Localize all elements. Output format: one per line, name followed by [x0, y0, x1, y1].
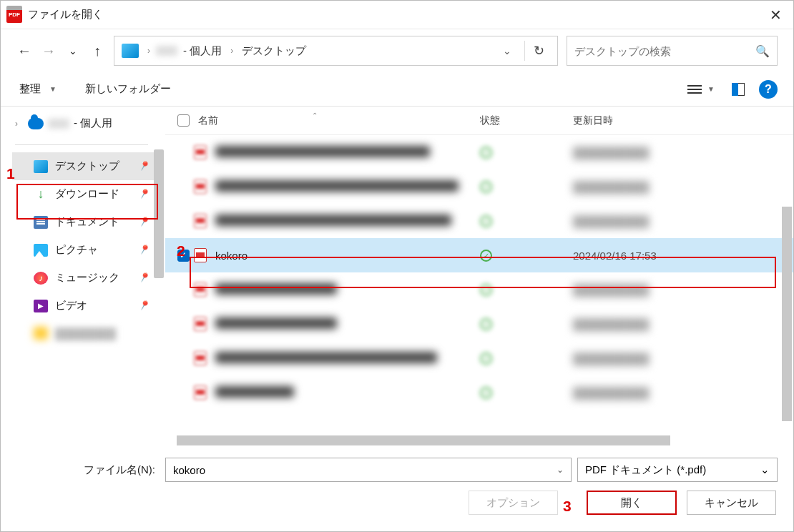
file-list-area: 名前 ⌃ 状態 更新日時 ✓ ██████████ ✓ ██████████: [165, 107, 793, 447]
file-row-blurred[interactable]: ✓ ██████████: [165, 169, 793, 204]
sort-indicator-icon: ⌃: [312, 112, 318, 119]
file-row-blurred[interactable]: ✓ ██████████: [165, 135, 793, 169]
file-row-selected[interactable]: ✓ kokoro ✓ 2024/02/16 17:53: [165, 238, 793, 272]
annotation-1: 1: [6, 165, 15, 182]
path-root-blurred: [156, 46, 177, 56]
view-mode-button[interactable]: ▼: [687, 85, 715, 94]
sidebar-scrollbar[interactable]: [154, 149, 164, 278]
pin-icon[interactable]: 📍: [136, 215, 151, 230]
back-button[interactable]: ←: [16, 41, 32, 60]
status-ok-icon: ✓: [480, 353, 492, 365]
column-header-name[interactable]: 名前 ⌃: [194, 114, 480, 127]
pdf-icon: [194, 282, 207, 297]
sidebar-item-blurred[interactable]: ████████: [12, 320, 155, 347]
annotation-2: 2: [177, 242, 185, 260]
filename-input[interactable]: kokoro ⌄: [165, 458, 572, 482]
address-bar[interactable]: › - 個人用 › デスクトップ ⌄ ↻: [114, 36, 558, 66]
app-icon: PDF: [6, 7, 22, 23]
filetype-select[interactable]: PDF ドキュメント (*.pdf) ⌄: [577, 458, 778, 482]
sidebar-item-label: ████████: [55, 327, 116, 340]
recent-locations-button[interactable]: ⌄: [65, 41, 81, 60]
pictures-icon: [34, 244, 48, 257]
chevron-right-icon: ›: [15, 119, 24, 129]
main-area: › - 個人用 デスクトップ 📍 ↓ ダウンロード 📍 ドキュメント 📍 ピクチ…: [1, 107, 793, 447]
sidebar-divider: [15, 144, 148, 145]
options-button[interactable]: オプション: [469, 491, 558, 515]
sidebar: › - 個人用 デスクトップ 📍 ↓ ダウンロード 📍 ドキュメント 📍 ピクチ…: [1, 107, 165, 447]
path-current[interactable]: デスクトップ: [239, 43, 309, 59]
path-root-suffix[interactable]: - 個人用: [180, 43, 225, 59]
new-folder-button[interactable]: 新しいフォルダー: [82, 79, 174, 99]
music-icon: ♪: [34, 272, 48, 285]
up-button[interactable]: ↑: [89, 41, 105, 60]
file-row-blurred[interactable]: ✓ ██████████: [165, 272, 793, 307]
pdf-icon: [194, 351, 207, 365]
file-name: kokoro: [215, 250, 480, 262]
pdf-icon: [194, 214, 207, 228]
pdf-icon: [194, 317, 207, 331]
file-row-blurred[interactable]: ✓ ██████████: [165, 341, 793, 375]
pdf-icon: [194, 145, 207, 159]
organize-caret-icon[interactable]: ▼: [49, 85, 57, 93]
help-button[interactable]: ?: [759, 80, 778, 99]
status-ok-icon: ✓: [480, 284, 492, 296]
sidebar-item-label: ピクチャ: [55, 243, 98, 257]
pin-icon[interactable]: 📍: [136, 298, 151, 313]
sidebar-item-label: デスクトップ: [55, 159, 119, 173]
window-title: ファイルを開く: [28, 8, 764, 21]
file-row-blurred[interactable]: ✓ ██████████: [165, 307, 793, 341]
open-button[interactable]: 開く: [587, 491, 677, 515]
sidebar-root-suffix: - 個人用: [74, 117, 112, 130]
sidebar-item-pictures[interactable]: ピクチャ 📍: [12, 236, 155, 264]
toolbar: 整理 ▼ 新しいフォルダー ▼ ?: [1, 72, 793, 107]
select-all-checkbox[interactable]: [172, 114, 194, 127]
titlebar: PDF ファイルを開く ✕: [1, 1, 793, 29]
pdf-icon: [194, 385, 207, 400]
onedrive-icon: [28, 118, 44, 129]
status-ok-icon: ✓: [480, 318, 492, 330]
pin-icon[interactable]: 📍: [136, 187, 151, 202]
vertical-scrollbar[interactable]: [782, 207, 792, 421]
desktop-icon: [34, 160, 48, 173]
column-header-date[interactable]: 更新日時: [573, 114, 786, 127]
column-header-status[interactable]: 状態: [480, 114, 573, 127]
search-icon: 🔍: [755, 44, 770, 58]
sidebar-item-documents[interactable]: ドキュメント 📍: [12, 208, 155, 236]
navbar: ← → ⌄ ↑ › - 個人用 › デスクトップ ⌄ ↻ 🔍: [1, 29, 793, 72]
sidebar-item-downloads[interactable]: ↓ ダウンロード 📍: [12, 180, 155, 208]
sidebar-item-label: ダウンロード: [55, 187, 119, 201]
pin-icon[interactable]: 📍: [136, 159, 151, 174]
forward-button[interactable]: →: [41, 41, 57, 60]
pin-icon[interactable]: 📍: [136, 242, 151, 257]
refresh-button[interactable]: ↻: [524, 41, 553, 61]
sidebar-item-music[interactable]: ♪ ミュージック 📍: [12, 264, 155, 292]
sidebar-root-blurred: [48, 119, 69, 129]
path-dropdown-icon[interactable]: ⌄: [496, 45, 519, 56]
videos-icon: ▶: [34, 300, 48, 312]
downloads-icon: ↓: [34, 188, 48, 201]
search-input[interactable]: [574, 45, 755, 57]
horizontal-scrollbar[interactable]: [177, 435, 779, 445]
chevron-down-icon[interactable]: ⌄: [760, 463, 770, 476]
pdf-icon: [194, 248, 207, 262]
search-box[interactable]: 🔍: [567, 36, 778, 66]
pin-icon[interactable]: 📍: [136, 270, 151, 285]
file-row-blurred[interactable]: ✓ ██████████: [165, 375, 793, 410]
filename-value: kokoro: [173, 464, 557, 476]
documents-icon: [34, 216, 48, 229]
preview-pane-button[interactable]: [732, 83, 745, 96]
status-ok-icon: ✓: [480, 387, 492, 399]
list-icon: [687, 85, 702, 94]
pdf-icon: [194, 179, 207, 194]
file-list: ✓ ██████████ ✓ ██████████ ✓ ██████████ ✓: [165, 135, 793, 410]
organize-button[interactable]: 整理: [16, 79, 44, 99]
file-row-blurred[interactable]: ✓ ██████████: [165, 204, 793, 238]
cancel-button[interactable]: キャンセル: [687, 491, 776, 515]
filetype-value: PDF ドキュメント (*.pdf): [585, 463, 760, 477]
chevron-down-icon[interactable]: ⌄: [557, 465, 564, 475]
list-header: 名前 ⌃ 状態 更新日時: [165, 107, 793, 135]
close-button[interactable]: ✕: [764, 4, 788, 26]
sidebar-item-videos[interactable]: ▶ ビデオ 📍: [12, 292, 155, 320]
sidebar-item-desktop[interactable]: デスクトップ 📍: [12, 152, 155, 180]
sidebar-root-onedrive[interactable]: › - 個人用: [12, 112, 165, 134]
